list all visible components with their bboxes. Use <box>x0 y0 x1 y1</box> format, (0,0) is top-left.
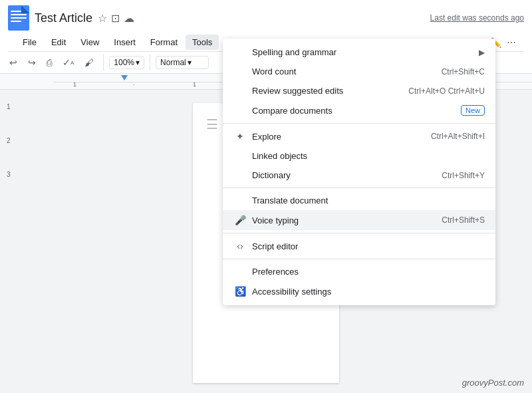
side-numbers: 1 2 3 <box>7 103 11 178</box>
separator-after-voice_typing <box>223 233 495 233</box>
spelling-arrow-icon: ▶ <box>479 48 485 57</box>
voice_typing-label: Voice typing <box>252 215 436 225</box>
cloud-icon[interactable]: ☁ <box>124 12 134 25</box>
zoom-selector[interactable]: 100% ▾ <box>109 56 144 69</box>
zoom-arrow-icon: ▾ <box>136 58 140 67</box>
separator-after-dictionary <box>223 188 495 188</box>
review_edits-shortcut: Ctrl+Alt+O Ctrl+Alt+U <box>408 86 485 96</box>
script_editor-icon: ‹› <box>233 241 247 251</box>
explore-shortcut: Ctrl+Alt+Shift+I <box>431 132 485 141</box>
menu-item-linked_objects[interactable]: Linked objects <box>223 146 495 166</box>
linked_objects-label: Linked objects <box>252 151 485 161</box>
line-num-1: 1 <box>7 103 11 110</box>
menu-item-explore[interactable]: ✦ExploreCtrl+Alt+Shift+I <box>223 126 495 146</box>
menu-insert[interactable]: Insert <box>107 35 142 50</box>
new-badge: New <box>461 105 485 116</box>
review_edits-label: Review suggested edits <box>252 86 403 96</box>
dictionary-shortcut: Ctrl+Shift+Y <box>442 171 485 180</box>
preferences-label: Preferences <box>252 267 485 277</box>
separator-after-script_editor <box>223 259 495 259</box>
menu-item-voice_typing[interactable]: 🎤Voice typingCtrl+Shift+S <box>223 210 495 230</box>
explore-label: Explore <box>252 132 426 142</box>
line-num-2: 2 <box>7 137 11 144</box>
menu-item-spelling[interactable]: Spelling and grammar▶ <box>223 43 495 62</box>
style-selector[interactable]: Normal ▾ <box>156 56 209 69</box>
separator-after-compare <box>223 123 495 124</box>
more-menu-icon[interactable]: ⋯ <box>507 37 516 48</box>
menu-item-script_editor[interactable]: ‹›Script editor <box>223 236 495 256</box>
dictionary-label: Dictionary <box>252 170 436 180</box>
script_editor-label: Script editor <box>252 241 485 251</box>
style-value: Normal <box>160 58 186 67</box>
title-row: Test Article ☆ ⊡ ☁ Last edit was seconds… <box>8 5 524 31</box>
last-edit-text: Last edit was seconds ago <box>430 13 524 23</box>
accessibility-label: Accessibility settings <box>252 287 485 297</box>
menu-item-compare[interactable]: Compare documentsNew <box>223 100 495 120</box>
voice_typing-shortcut: Ctrl+Shift+S <box>442 215 485 225</box>
page-content-icon: ☰ <box>206 116 218 132</box>
menu-item-dictionary[interactable]: DictionaryCtrl+Shift+Y <box>223 166 495 185</box>
menu-view[interactable]: View <box>74 35 106 50</box>
svg-rect-2 <box>11 14 27 15</box>
translate-label: Translate document <box>252 196 485 205</box>
undo-button[interactable]: ↩ <box>5 55 21 70</box>
menu-item-word_count[interactable]: Word countCtrl+Shift+C <box>223 62 495 81</box>
accessibility-icon: ♿ <box>233 286 247 297</box>
menu-edit[interactable]: Edit <box>45 35 72 50</box>
explore-icon: ✦ <box>233 131 247 142</box>
star-icon[interactable]: ☆ <box>98 12 107 25</box>
menu-item-review_edits[interactable]: Review suggested editsCtrl+Alt+O Ctrl+Al… <box>223 81 495 100</box>
compare-label: Compare documents <box>252 106 456 116</box>
redo-button[interactable]: ↪ <box>24 55 40 70</box>
spell-button[interactable]: ✓A <box>59 55 78 70</box>
spelling-label: Spelling and grammar <box>252 47 473 57</box>
toolbar-separator-2 <box>150 55 150 70</box>
document-title: Test Article <box>35 11 92 25</box>
voice_typing-icon: 🎤 <box>233 215 247 225</box>
menu-tools[interactable]: Tools <box>186 35 219 50</box>
style-arrow-icon: ▾ <box>188 58 192 67</box>
menu-item-accessibility[interactable]: ♿Accessibility settings <box>223 281 495 301</box>
docs-icon <box>8 5 29 31</box>
paint-button[interactable]: 🖌 <box>80 55 98 70</box>
line-num-3: 3 <box>7 171 11 178</box>
word_count-shortcut: Ctrl+Shift+C <box>442 67 485 76</box>
menu-format[interactable]: Format <box>144 35 184 50</box>
toolbar-separator-1 <box>103 55 104 70</box>
svg-rect-3 <box>11 17 27 19</box>
zoom-value: 100% <box>114 58 134 67</box>
svg-rect-1 <box>11 11 21 12</box>
print-button[interactable]: ⎙ <box>43 55 56 70</box>
word_count-label: Word count <box>252 66 436 76</box>
title-icons: ☆ ⊡ ☁ <box>98 12 134 25</box>
menu-item-preferences[interactable]: Preferences <box>223 262 495 281</box>
tools-dropdown: Spelling and grammar▶Word countCtrl+Shif… <box>223 39 495 305</box>
svg-rect-4 <box>11 21 21 22</box>
folder-icon[interactable]: ⊡ <box>111 12 120 25</box>
menu-file[interactable]: File <box>16 35 43 50</box>
menu-item-translate[interactable]: Translate document <box>223 191 495 210</box>
